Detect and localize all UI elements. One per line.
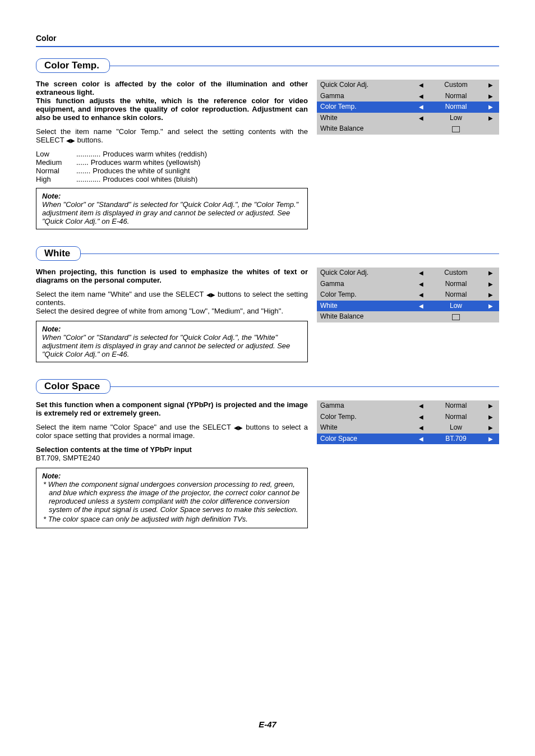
menu-row: GammaNormal <box>317 279 499 290</box>
opt-term: Normal <box>36 167 74 175</box>
note-box: Note: When "Color" or "Standard" is sele… <box>36 188 308 229</box>
right-arrow-icon <box>482 80 499 91</box>
section-color-space: Color Space Set this function when a com… <box>36 379 499 528</box>
sub-heading: Selection contents at the time of YPbPr … <box>36 445 192 454</box>
right-arrow-icon <box>71 137 75 144</box>
option-list: Low............Produces warm whites (red… <box>36 150 308 183</box>
menu-row-selected: WhiteLow <box>317 301 499 312</box>
left-arrow-icon <box>206 292 211 298</box>
right-arrow-icon <box>211 292 215 298</box>
note-box: Note: When "Color" or "Standard" is sele… <box>36 321 308 362</box>
left-arrow-icon <box>66 137 71 144</box>
page-number: E-47 <box>0 720 535 729</box>
section-title: White <box>36 246 81 261</box>
note-label: Note: <box>42 472 302 480</box>
instruction-text: Select the item name "White" and use the… <box>36 290 308 307</box>
menu-row: GammaNormal <box>317 400 499 412</box>
instruction-text: Select the item name "Color Space" and u… <box>36 423 308 440</box>
sub-body: BT.709, SMPTE240 <box>36 454 308 462</box>
note-body: When the component signal undergoes conv… <box>42 480 302 523</box>
note-label: Note: <box>42 192 302 200</box>
opt-desc: Produces cool whites (bluish) <box>103 175 308 183</box>
menu-row-selected: Color SpaceBT.709 <box>317 434 499 445</box>
menu-row: Quick Color Adj.Custom <box>317 268 499 279</box>
menu-row: White Balance <box>317 123 499 135</box>
section-header: Color Temp. <box>36 58 499 73</box>
opt-desc: Produces warm whites (yellowish) <box>91 158 308 167</box>
left-arrow-icon <box>413 80 430 91</box>
menu-screenshot: Quick Color Adj.Custom GammaNormal Color… <box>317 268 499 322</box>
menu-row: WhiteLow <box>317 422 499 434</box>
menu-screenshot: Quick Color Adj.Custom GammaNormal Color… <box>317 80 499 135</box>
header-rule <box>36 46 499 47</box>
opt-term: Medium <box>36 158 74 167</box>
opt-desc: Produces warm whites (reddish) <box>103 150 308 158</box>
menu-row: White Balance <box>317 311 499 322</box>
note-body: When "Color" or "Standard" is selected f… <box>42 200 302 225</box>
section-color-temp: Color Temp. The screen color is affected… <box>36 58 499 229</box>
page-header: Color <box>36 34 499 43</box>
menu-row: Quick Color Adj.Custom <box>317 80 499 91</box>
menu-row: WhiteLow <box>317 113 499 124</box>
opt-desc: Produces the white of sunlight <box>93 167 308 175</box>
instruction-text-2: Select the desired degree of white from … <box>36 307 308 315</box>
enter-icon <box>452 126 460 132</box>
section-title: Color Temp. <box>36 58 110 73</box>
menu-screenshot: GammaNormal Color Temp.Normal WhiteLow C… <box>317 400 499 444</box>
note-box: Note: When the component signal undergoe… <box>36 468 308 528</box>
opt-term: Low <box>36 150 74 158</box>
right-arrow-icon <box>238 425 243 431</box>
menu-row: Color Temp.Normal <box>317 289 499 301</box>
note-label: Note: <box>42 325 302 333</box>
menu-row: Color Temp.Normal <box>317 412 499 423</box>
enter-icon <box>452 314 460 320</box>
instruction-text: Select the item name "Color Temp." and s… <box>36 127 308 144</box>
opt-term: High <box>36 175 74 183</box>
intro-text: When projecting, this function is used t… <box>36 268 308 284</box>
note-body: When "Color" or "Standard" is selected f… <box>42 333 302 358</box>
intro-text: Set this function when a component signa… <box>36 400 308 417</box>
intro-text: The screen color is affected by the colo… <box>36 80 308 122</box>
section-white: White When projecting, this function is … <box>36 246 499 362</box>
left-arrow-icon <box>234 425 238 431</box>
section-title: Color Space <box>36 379 110 394</box>
menu-row: GammaNormal <box>317 91 499 102</box>
menu-row-selected: Color Temp.Normal <box>317 102 499 113</box>
